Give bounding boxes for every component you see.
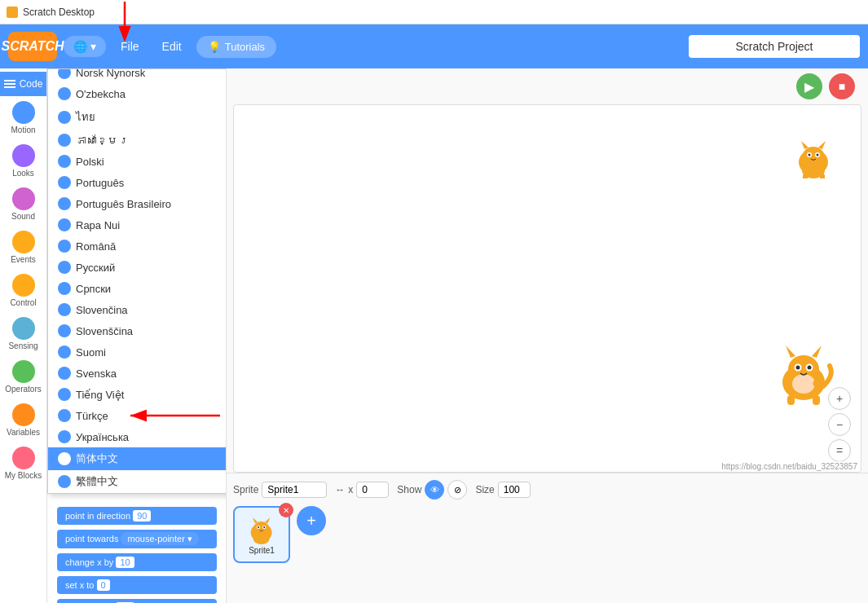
add-sprite-button[interactable]: + <box>297 506 326 535</box>
events-icon <box>12 231 35 253</box>
language-item[interactable]: Türkçe <box>48 405 227 426</box>
sprite-info: Sprite ↔ x Show 👁 ⊘ Size <box>233 480 861 500</box>
language-dot <box>58 261 71 274</box>
language-label: Українська <box>76 431 129 443</box>
myblocks-icon <box>12 447 35 469</box>
app-title: Scratch Desktop <box>23 7 95 18</box>
language-item[interactable]: Português Brasileiro <box>48 193 227 214</box>
sprite-name-input[interactable] <box>262 482 327 498</box>
green-flag-button[interactable]: ▶ <box>796 73 822 99</box>
sidebar-item-variables[interactable]: Variables <box>0 398 46 442</box>
sprite-size-input[interactable] <box>498 482 531 498</box>
language-dot <box>58 111 71 124</box>
language-item[interactable]: Українська <box>48 426 227 447</box>
sprite-name-field: Sprite <box>233 482 327 498</box>
stage-controls: ▶ ■ <box>227 68 868 104</box>
block-change-y[interactable]: change y by 10 <box>57 599 217 603</box>
sprite-size-field: Size <box>475 482 530 498</box>
code-icon <box>4 80 15 88</box>
sidebar-item-sound[interactable]: Sound <box>0 183 46 226</box>
sidebar-item-myblocks[interactable]: My Blocks <box>0 442 46 485</box>
language-item[interactable]: ไทย <box>48 104 227 130</box>
category-sidebar: Code Motion Looks Sound Events Control S… <box>0 68 47 603</box>
language-label: Slovenščina <box>76 325 133 337</box>
block-change-x[interactable]: change x by 10 <box>57 553 217 571</box>
language-dot <box>58 409 71 422</box>
language-dot <box>58 69 71 79</box>
language-button[interactable]: 🌐 ▾ <box>64 36 106 57</box>
sprite-x-input[interactable] <box>356 482 389 498</box>
svg-point-1 <box>803 147 824 165</box>
stop-button[interactable]: ■ <box>829 73 855 99</box>
svg-point-15 <box>792 374 815 394</box>
cat-sprite-small <box>791 138 836 178</box>
sprite-delete-button[interactable]: ✕ <box>279 503 293 517</box>
language-dot <box>58 430 71 443</box>
file-menu-button[interactable]: File <box>112 35 148 58</box>
zoom-controls: + − = <box>828 387 851 462</box>
sidebar-item-sensing[interactable]: Sensing <box>0 312 46 355</box>
language-item[interactable]: ភាសាខ្មែរ <box>48 130 227 151</box>
zoom-out-button[interactable]: − <box>828 413 851 436</box>
sprite-x-field: ↔ x <box>335 482 389 498</box>
sprite-show-field: Show 👁 ⊘ <box>397 480 467 500</box>
zoom-fit-button[interactable]: = <box>828 439 851 462</box>
edit-menu-button[interactable]: Edit <box>154 35 190 58</box>
language-dot <box>58 367 71 380</box>
block-point-towards[interactable]: point towards mouse-pointer ▾ <box>57 530 217 548</box>
svg-point-29 <box>258 526 259 528</box>
svg-rect-10 <box>820 174 825 178</box>
sidebar-item-events[interactable]: Events <box>0 226 46 269</box>
language-item[interactable]: Tiếng Việt <box>48 384 227 405</box>
svg-point-24 <box>253 521 269 534</box>
zoom-in-button[interactable]: + <box>828 387 851 410</box>
sidebar-item-control[interactable]: Control <box>0 269 46 312</box>
language-item[interactable]: Rapa Nui <box>48 214 227 235</box>
variables-label: Variables <box>7 428 40 437</box>
globe-label: ▾ <box>90 40 96 53</box>
globe-icon: 🌐 <box>73 40 87 53</box>
language-item[interactable]: 简体中文 <box>48 447 227 470</box>
code-tab[interactable]: Code <box>0 72 46 96</box>
language-item[interactable]: Slovenčina <box>48 299 227 320</box>
language-item[interactable]: Português <box>48 172 227 193</box>
language-item[interactable]: Русский <box>48 257 227 278</box>
blocks-panel: Motion MagyarMāoriNederlands日本語にほんごNorsk… <box>47 68 227 603</box>
block-point-in-direction[interactable]: point in direction 90 <box>57 507 217 525</box>
language-item[interactable]: Norsk Nynorsk <box>48 69 227 83</box>
language-item[interactable]: 繁體中文 <box>48 470 227 493</box>
sound-label: Sound <box>11 212 35 221</box>
svg-rect-20 <box>787 395 795 405</box>
language-dot <box>58 324 71 337</box>
sidebar-item-looks[interactable]: Looks <box>0 139 46 183</box>
tutorials-button[interactable]: 💡 Tutorials <box>196 36 276 58</box>
project-title-input[interactable] <box>689 35 860 58</box>
svg-marker-2 <box>801 141 809 149</box>
language-item[interactable]: O'zbekcha <box>48 83 227 104</box>
sprite-label: Sprite <box>233 484 258 495</box>
language-label: Svenska <box>76 368 117 380</box>
stage-area: ▶ ■ <box>227 68 868 603</box>
sidebar-item-motion[interactable]: Motion <box>0 96 46 139</box>
language-item[interactable]: Svenska <box>48 363 227 384</box>
language-label: Norsk Nynorsk <box>76 69 145 79</box>
show-hidden-button[interactable]: ⊘ <box>447 480 467 500</box>
myblocks-label: My Blocks <box>5 471 42 480</box>
show-visible-button[interactable]: 👁 <box>425 480 444 500</box>
svg-marker-14 <box>812 346 822 358</box>
main-layout: Code Motion Looks Sound Events Control S… <box>0 68 868 603</box>
watermark: https://blog.csdn.net/baidu_32523857 <box>718 461 861 472</box>
language-item[interactable]: Slovenščina <box>48 320 227 341</box>
sprite-thumb-sprite1[interactable]: ✕ <box>233 506 290 563</box>
lightbulb-icon: 💡 <box>208 41 221 53</box>
block-set-x[interactable]: set x to 0 <box>57 576 217 594</box>
x-label: x <box>348 484 353 495</box>
language-label: 繁體中文 <box>76 474 118 489</box>
language-item[interactable]: Српски <box>48 278 227 299</box>
svg-point-19 <box>808 366 812 370</box>
language-item[interactable]: Română <box>48 235 227 257</box>
sidebar-item-operators[interactable]: Operators <box>0 355 46 398</box>
language-item[interactable]: Suomi <box>48 341 227 363</box>
language-list[interactable]: MagyarMāoriNederlands日本語にほんごNorsk Bokmål… <box>48 69 227 493</box>
language-item[interactable]: Polski <box>48 151 227 172</box>
